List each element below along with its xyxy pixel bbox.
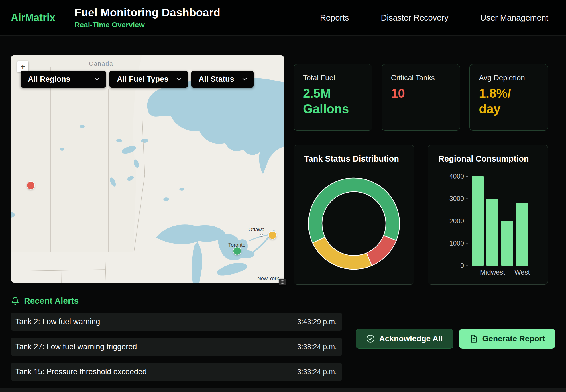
y-tick-label: 1000 — [449, 239, 468, 247]
regional-consumption-card: Regional Consumption 40003000200010000 M… — [428, 145, 548, 285]
stat-value-line: 10 — [391, 86, 451, 101]
check-circle-icon — [366, 334, 375, 343]
stat-card-avg-depletion: Avg Depletion 1.8%/ day — [469, 64, 548, 131]
tank-status-distribution-card: Tank Status Distribution — [294, 145, 414, 285]
dashboard-right-column: Total Fuel 2.5M Gallons Critical Tanks 1… — [294, 64, 548, 285]
alert-timestamp: 3:33:24 p.m. — [297, 368, 337, 376]
stat-value-line: Gallons — [303, 101, 363, 117]
bar-chart-bars — [472, 176, 528, 266]
alert-actions: Acknowledge All Generate Report — [356, 329, 555, 349]
bar-col-3 — [501, 221, 513, 266]
charts-row: Tank Status Distribution Regional Consum… — [294, 145, 548, 285]
map-markers-layer — [11, 55, 284, 283]
app-header: AirMatrix Fuel Monitoring Dashboard Real… — [0, 0, 566, 36]
document-icon — [469, 334, 478, 343]
alert-timestamp: 3:43:29 p.m. — [297, 318, 337, 326]
alert-message: Tank 2: Low fuel warning — [15, 317, 100, 326]
stat-value-line: 2.5M — [303, 86, 363, 101]
bottom-bar — [0, 388, 566, 392]
page-subtitle: Real-Time Overview — [74, 21, 220, 29]
tank-status-donut-chart — [306, 176, 402, 271]
main-content: Canada Ottawa Toronto New York + All Reg… — [0, 55, 566, 285]
donut-segment-warning — [312, 237, 372, 269]
filter-fuel-types-label: All Fuel Types — [117, 75, 168, 84]
x-tick-label: West — [516, 268, 528, 276]
map-marker-critical[interactable] — [27, 182, 34, 189]
grip-dots-icon — [280, 280, 285, 284]
recent-alerts-section: Recent Alerts Tank 2: Low fuel warning 3… — [0, 296, 566, 388]
main-nav: Reports Disaster Recovery User Managemen… — [320, 13, 548, 23]
stats-row: Total Fuel 2.5M Gallons Critical Tanks 1… — [294, 64, 548, 131]
stat-label: Avg Depletion — [479, 74, 539, 82]
alert-row[interactable]: Tank 27: Low fuel warning triggered 3:38… — [11, 338, 342, 356]
y-tick-label: 3000 — [449, 195, 468, 203]
alerts-header: Recent Alerts — [11, 296, 555, 306]
bar-midwest — [486, 199, 498, 266]
generate-report-label: Generate Report — [482, 334, 545, 343]
nav-disaster-recovery[interactable]: Disaster Recovery — [381, 13, 449, 23]
bar-chart-plot-area: MidwestWest — [472, 176, 528, 276]
regional-consumption-bar-chart: 40003000200010000 MidwestWest — [438, 176, 538, 276]
map-marker-warning[interactable] — [269, 232, 276, 239]
acknowledge-all-label: Acknowledge All — [379, 334, 443, 343]
brand-logo[interactable]: AirMatrix — [11, 12, 55, 24]
y-tick-label: 0 — [460, 262, 468, 270]
stat-label: Critical Tanks — [391, 74, 451, 82]
nav-reports[interactable]: Reports — [320, 13, 349, 23]
generate-report-button[interactable]: Generate Report — [459, 329, 555, 349]
x-tick-label: Midwest — [486, 268, 498, 276]
filter-status-dropdown[interactable]: All Status — [191, 71, 254, 88]
stat-value: 10 — [391, 86, 451, 101]
stat-card-total-fuel: Total Fuel 2.5M Gallons — [294, 64, 372, 131]
acknowledge-all-button[interactable]: Acknowledge All — [356, 329, 453, 349]
bar-chart-y-axis: 40003000200010000 — [448, 176, 468, 266]
alerts-body: Tank 2: Low fuel warning 3:43:29 p.m. Ta… — [11, 313, 555, 388]
bar-col-1 — [472, 176, 484, 266]
chevron-down-icon — [93, 76, 100, 83]
stat-value-line: day — [479, 101, 539, 117]
page-title: Fuel Monitoring Dashboard — [74, 6, 220, 19]
map-canvas[interactable]: Canada Ottawa Toronto New York — [11, 55, 284, 283]
bar-west — [516, 203, 528, 266]
map-panel: Canada Ottawa Toronto New York + All Reg… — [11, 55, 284, 283]
stat-label: Total Fuel — [303, 74, 363, 82]
stat-value: 2.5M Gallons — [303, 86, 363, 116]
y-tick-label: 4000 — [449, 173, 468, 180]
x-tick-label — [501, 268, 513, 276]
chevron-down-icon — [175, 76, 182, 83]
stat-card-critical-tanks: Critical Tanks 10 — [382, 64, 460, 131]
chart-title: Regional Consumption — [438, 154, 538, 164]
alert-message: Tank 15: Pressure threshold exceeded — [15, 368, 147, 376]
donut-segment-critical — [367, 236, 396, 266]
map-marker-normal[interactable] — [233, 247, 241, 255]
alerts-list: Tank 2: Low fuel warning 3:43:29 p.m. Ta… — [11, 313, 342, 388]
map-filters: All Regions All Fuel Types All Status — [21, 71, 254, 88]
chevron-down-icon — [241, 76, 248, 83]
map-resize-handle[interactable] — [279, 279, 286, 285]
filter-regions-label: All Regions — [28, 75, 70, 84]
filter-status-label: All Status — [199, 75, 234, 84]
nav-user-management[interactable]: User Management — [480, 13, 548, 23]
alert-row[interactable]: Tank 15: Pressure threshold exceeded 3:3… — [11, 363, 342, 381]
filter-fuel-types-dropdown[interactable]: All Fuel Types — [109, 71, 188, 88]
alerts-title: Recent Alerts — [24, 296, 79, 306]
alert-message: Tank 27: Low fuel warning triggered — [15, 342, 137, 351]
bar-chart-x-axis: MidwestWest — [472, 268, 528, 276]
y-tick-label: 2000 — [449, 217, 468, 225]
donut-segment-normal — [308, 178, 400, 243]
stat-value: 1.8%/ day — [479, 86, 539, 116]
title-block: Fuel Monitoring Dashboard Real-Time Over… — [74, 6, 220, 29]
alert-row[interactable]: Tank 2: Low fuel warning 3:43:29 p.m. — [11, 313, 342, 331]
alert-timestamp: 3:38:24 p.m. — [297, 343, 337, 351]
bell-icon — [11, 296, 19, 305]
stat-value-line: 1.8%/ — [479, 86, 539, 101]
chart-title: Tank Status Distribution — [304, 154, 404, 164]
filter-regions-dropdown[interactable]: All Regions — [21, 71, 106, 88]
